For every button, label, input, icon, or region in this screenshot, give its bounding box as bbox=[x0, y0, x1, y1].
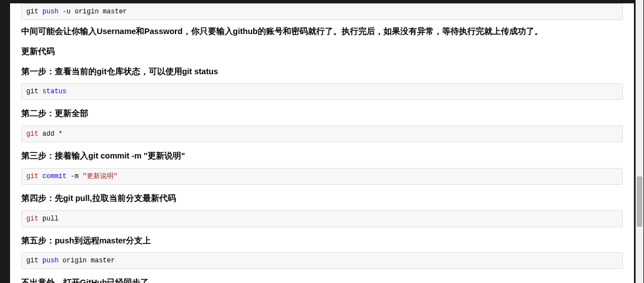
code-token: "更新说明" bbox=[83, 172, 117, 180]
code-git-pull: git pull bbox=[21, 210, 623, 227]
code-token: status bbox=[42, 88, 67, 95]
code-token: pull bbox=[39, 215, 59, 223]
scrollbar-track[interactable] bbox=[636, 0, 643, 283]
code-token: git bbox=[26, 8, 42, 16]
article-body: git push -u origin master中间可能会让你输入Userna… bbox=[10, 3, 634, 283]
code-git-push-origin: git push origin master bbox=[21, 252, 623, 269]
para-username-password: 中间可能会让你输入Username和Password，你只要输入github的账… bbox=[21, 26, 623, 38]
code-token: push bbox=[42, 257, 59, 265]
code-token: git bbox=[26, 172, 39, 180]
code-token: git bbox=[26, 88, 42, 95]
heading-step1: 第一步：查看当前的git仓库状态，可以使用git status bbox=[21, 66, 623, 78]
heading-step2: 第二步：更新全部 bbox=[21, 108, 623, 120]
heading-update-code: 更新代码 bbox=[21, 46, 623, 58]
code-token: push bbox=[42, 8, 59, 16]
scrollbar-thumb[interactable] bbox=[637, 176, 642, 227]
code-git-add-all: git add * bbox=[21, 126, 623, 142]
code-token: -m bbox=[67, 172, 83, 180]
code-git-push-u: git push -u origin master bbox=[21, 3, 623, 20]
heading-step4: 第四步：先git pull,拉取当前分支最新代码 bbox=[21, 193, 623, 205]
code-token: commit bbox=[42, 172, 67, 180]
code-token: git bbox=[26, 215, 39, 223]
heading-step3: 第三步：接着输入git commit -m "更新说明" bbox=[21, 150, 623, 162]
code-git-commit: git commit -m "更新说明" bbox=[21, 168, 623, 185]
code-token: git bbox=[26, 257, 42, 265]
code-git-status: git status bbox=[21, 83, 623, 100]
code-token: add * bbox=[39, 130, 63, 138]
heading-step5: 第五步：push到远程master分支上 bbox=[21, 235, 623, 247]
code-token: git bbox=[26, 130, 39, 138]
heading-conclusion: 不出意外，打开GitHub已经同步了 bbox=[21, 277, 623, 283]
code-token bbox=[39, 172, 42, 180]
code-token: -u origin master bbox=[59, 8, 127, 16]
code-token: origin master bbox=[59, 257, 115, 265]
